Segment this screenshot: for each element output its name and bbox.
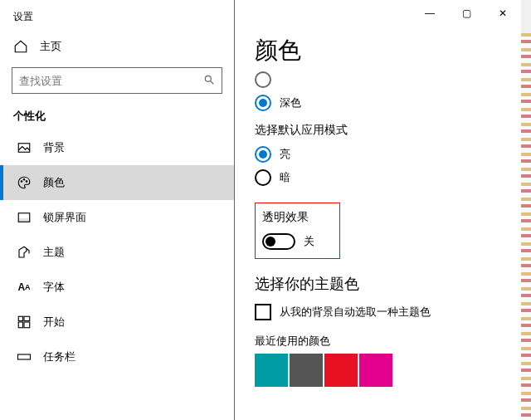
minimize-icon: — (425, 7, 435, 19)
search-input[interactable] (19, 75, 203, 87)
svg-rect-8 (18, 316, 22, 320)
nav-item-label: 颜色 (43, 175, 65, 190)
search-icon (203, 74, 215, 88)
page-title: 颜色 (255, 35, 521, 66)
svg-rect-11 (24, 322, 30, 328)
svg-point-5 (26, 181, 27, 183)
nav-item-label: 锁屏界面 (43, 210, 86, 225)
maximize-icon: ▢ (462, 7, 471, 19)
auto-pick-accent-row[interactable]: 从我的背景自动选取一种主题色 (255, 304, 521, 320)
accent-heading: 选择你的主题色 (255, 274, 521, 294)
nav-item-fonts[interactable]: AA 字体 (0, 270, 234, 305)
home-icon (13, 39, 28, 54)
radio-windows-mode-partial[interactable] (255, 71, 521, 88)
section-label: 个性化 (0, 105, 234, 130)
color-swatch[interactable] (290, 354, 323, 387)
radio-windows-mode-dark[interactable]: 深色 (255, 95, 521, 111)
color-swatch[interactable] (255, 354, 288, 387)
color-swatch[interactable] (359, 354, 392, 387)
radio-icon (255, 71, 271, 88)
svg-line-1 (211, 81, 214, 84)
transparency-label: 透明效果 (262, 210, 314, 225)
window-title: 设置 (0, 7, 234, 31)
transparency-highlight: 透明效果 关 (255, 203, 340, 259)
app-mode-group: 选择默认应用模式 亮 暗 (255, 123, 521, 186)
svg-rect-10 (18, 322, 22, 328)
auto-pick-label: 从我的背景自动选取一种主题色 (280, 305, 431, 320)
transparency-toggle-row: 关 (262, 233, 314, 250)
palette-icon (17, 175, 32, 190)
nav-home-label: 主页 (40, 39, 61, 54)
taskbar-icon (17, 349, 32, 364)
svg-point-0 (205, 76, 211, 81)
transparency-state: 关 (304, 234, 314, 249)
radio-icon (255, 169, 271, 186)
recent-color-swatches (255, 354, 521, 387)
nav-item-label: 主题 (43, 245, 65, 260)
nav-item-background[interactable]: 背景 (0, 130, 234, 165)
radio-app-mode-dark[interactable]: 暗 (255, 169, 521, 186)
titlebar-controls: — ▢ ✕ (412, 0, 521, 27)
nav-item-lockscreen[interactable]: 锁屏界面 (0, 200, 234, 235)
close-icon: ✕ (499, 7, 507, 19)
lockscreen-icon (17, 210, 32, 225)
minimize-button[interactable]: — (412, 0, 448, 27)
nav-item-themes[interactable]: 主题 (0, 235, 234, 270)
radio-icon-selected (255, 146, 271, 163)
sidebar: 设置 主页 个性化 背景 (0, 0, 234, 420)
nav-item-start[interactable]: 开始 (0, 305, 234, 339)
nav-item-label: 任务栏 (43, 349, 76, 364)
radio-label: 深色 (280, 95, 301, 110)
nav-item-label: 字体 (43, 280, 65, 295)
radio-label: 暗 (280, 170, 290, 185)
nav-item-label: 背景 (43, 140, 65, 155)
nav-item-colors[interactable]: 颜色 (0, 165, 234, 200)
svg-point-4 (23, 179, 25, 181)
content-pane: — ▢ ✕ 颜色 深色 选择默认应用模式 亮 暗 透明效果 (235, 0, 521, 420)
transparency-toggle[interactable] (262, 233, 295, 250)
theme-icon (17, 245, 32, 260)
svg-rect-12 (18, 354, 31, 359)
font-icon: AA (17, 280, 32, 295)
svg-rect-9 (24, 316, 30, 320)
radio-app-mode-light[interactable]: 亮 (255, 146, 521, 163)
radio-icon-selected (255, 95, 271, 111)
recent-colors-label: 最近使用的颜色 (255, 334, 521, 349)
checkbox-icon (255, 304, 271, 320)
search-input-container[interactable] (12, 67, 222, 94)
maximize-button[interactable]: ▢ (448, 0, 485, 27)
nav-item-label: 开始 (43, 315, 65, 330)
svg-rect-7 (18, 219, 30, 222)
start-icon (17, 315, 32, 330)
color-swatch[interactable] (324, 354, 358, 387)
close-button[interactable]: ✕ (485, 0, 521, 27)
svg-point-3 (21, 181, 22, 183)
picture-icon (17, 140, 32, 155)
app-mode-label: 选择默认应用模式 (255, 123, 521, 138)
obscured-window-edge (521, 33, 531, 420)
radio-label: 亮 (280, 147, 290, 162)
nav-item-taskbar[interactable]: 任务栏 (0, 339, 234, 374)
nav-home[interactable]: 主页 (0, 31, 234, 62)
